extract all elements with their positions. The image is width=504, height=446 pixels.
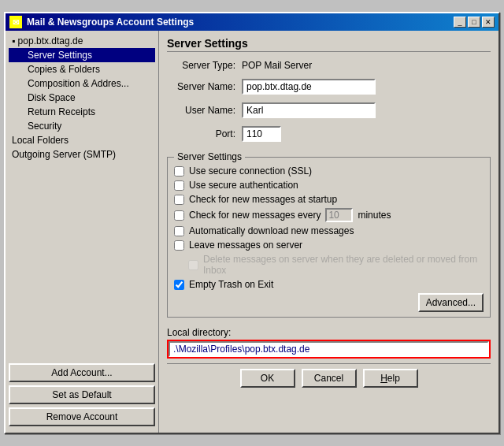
tree-item-label: Copies & Folders: [12, 64, 100, 75]
add-account-button[interactable]: Add Account...: [9, 363, 155, 382]
new-startup-label: Check for new messages at startup: [189, 194, 337, 205]
tree-item-label: Disk Space: [12, 92, 76, 103]
leave-server-row: Leave messages on server: [174, 240, 484, 251]
local-dir-input[interactable]: [169, 341, 489, 357]
advanced-button[interactable]: Advanced...: [418, 293, 484, 312]
server-name-input[interactable]: [242, 79, 376, 95]
new-every-label: Check for new messages every: [189, 210, 321, 221]
startup-row: Check for new messages at startup: [174, 194, 484, 205]
right-panel: Server Settings Server Type: POP Mail Se…: [159, 31, 498, 433]
advanced-btn-row: Advanced...: [174, 293, 484, 312]
tree-item-label: Server Settings: [12, 50, 92, 61]
sidebar-item-security[interactable]: Security: [9, 119, 155, 133]
tree-root-label: pop.btx.dtag.de: [18, 35, 83, 46]
left-panel-buttons: Add Account... Set as Default Remove Acc…: [9, 360, 155, 429]
left-panel: ▪ pop.btx.dtag.de Server Settings Copies…: [6, 31, 159, 433]
sidebar-item-return-receipts[interactable]: Return Receipts: [9, 105, 155, 119]
empty-trash-row: Empty Trash on Exit: [174, 279, 484, 290]
minimize-button[interactable]: _: [454, 17, 466, 28]
tree-item-label: Outgoing Server (SMTP): [12, 149, 116, 160]
ssl-checkbox[interactable]: [174, 166, 184, 177]
auth-checkbox[interactable]: [174, 180, 184, 191]
sidebar-item-copies-folders[interactable]: Copies & Folders: [9, 62, 155, 76]
empty-trash-label: Empty Trash on Exit: [189, 279, 273, 290]
help-button[interactable]: Help: [363, 369, 418, 388]
sidebar-item-outgoing-smtp[interactable]: Outgoing Server (SMTP): [9, 147, 155, 162]
ssl-row: Use secure connection (SSL): [174, 165, 484, 177]
sidebar-item-disk-space[interactable]: Disk Space: [9, 91, 155, 105]
server-type-value: POP Mail Server: [242, 60, 312, 71]
ok-button[interactable]: OK: [240, 369, 295, 388]
leave-server-checkbox[interactable]: [174, 240, 184, 251]
port-row: Port:: [167, 126, 491, 142]
tree-area: ▪ pop.btx.dtag.de Server Settings Copies…: [9, 34, 155, 360]
user-name-input[interactable]: [242, 102, 376, 118]
port-input[interactable]: [242, 126, 281, 142]
port-label: Port:: [167, 128, 242, 139]
delete-server-label: Delete messages on server when they are …: [203, 254, 484, 276]
titlebar: ✉ Mail & Newsgroups Account Settings _ □…: [6, 13, 498, 31]
server-settings-legend: Server Settings: [174, 151, 245, 162]
auto-download-checkbox[interactable]: [174, 226, 184, 236]
tree-item-label: Security: [12, 121, 61, 132]
server-settings-group: Server Settings Use secure connection (S…: [167, 151, 491, 318]
tree-root: ▪ pop.btx.dtag.de Server Settings Copies…: [9, 34, 155, 162]
cancel-button[interactable]: Cancel: [302, 369, 357, 388]
maximize-button[interactable]: □: [468, 17, 480, 28]
auto-download-row: Automatically download new messages: [174, 225, 484, 236]
tree-item-root[interactable]: ▪ pop.btx.dtag.de: [9, 34, 155, 48]
remove-account-button[interactable]: Remove Account: [9, 407, 155, 426]
minutes-row: Check for new messages every minutes: [174, 208, 484, 222]
help-label: Help: [380, 373, 400, 384]
tree-item-label: Local Folders: [12, 135, 69, 146]
sidebar-item-server-settings[interactable]: Server Settings: [9, 48, 155, 62]
empty-trash-checkbox[interactable]: [174, 280, 184, 290]
server-type-row: Server Type: POP Mail Server: [167, 60, 491, 71]
auto-download-label: Automatically download new messages: [189, 225, 354, 236]
bottom-buttons: OK Cancel Help: [167, 363, 491, 391]
close-button[interactable]: ✕: [482, 17, 495, 28]
local-dir-section: Local directory:: [167, 327, 491, 359]
tree-item-label: Composition & Addres...: [12, 78, 129, 89]
ssl-label: Use secure connection (SSL): [189, 165, 312, 177]
minutes-label: minutes: [358, 210, 391, 221]
auth-label: Use secure authentication: [189, 180, 298, 191]
content-area: ▪ pop.btx.dtag.de Server Settings Copies…: [6, 31, 498, 433]
server-type-label: Server Type:: [167, 60, 242, 71]
server-name-label: Server Name:: [167, 81, 242, 92]
new-every-checkbox[interactable]: [174, 210, 184, 221]
set-default-button[interactable]: Set as Default: [9, 385, 155, 404]
server-name-row: Server Name:: [167, 79, 491, 95]
window-title: Mail & Newsgroups Account Settings: [27, 17, 449, 28]
user-name-label: User Name:: [167, 105, 242, 116]
sidebar-item-composition[interactable]: Composition & Addres...: [9, 76, 155, 91]
window-icon: ✉: [9, 16, 22, 28]
expand-icon: ▪: [12, 35, 15, 46]
local-dir-input-wrapper: [167, 340, 491, 359]
tree-item-label: Return Receipts: [12, 106, 95, 117]
local-dir-label: Local directory:: [167, 327, 491, 338]
minutes-input[interactable]: [325, 208, 353, 222]
delete-server-checkbox: [188, 260, 198, 270]
leave-server-label: Leave messages on server: [189, 240, 302, 251]
titlebar-controls: _ □ ✕: [454, 17, 495, 28]
user-name-row: User Name:: [167, 102, 491, 118]
new-startup-checkbox[interactable]: [174, 195, 184, 205]
main-window: ✉ Mail & Newsgroups Account Settings _ □…: [4, 12, 500, 434]
section-title: Server Settings: [167, 37, 491, 52]
sidebar-item-local-folders[interactable]: Local Folders: [9, 133, 155, 147]
delete-server-row: Delete messages on server when they are …: [174, 254, 484, 276]
auth-row: Use secure authentication: [174, 180, 484, 191]
